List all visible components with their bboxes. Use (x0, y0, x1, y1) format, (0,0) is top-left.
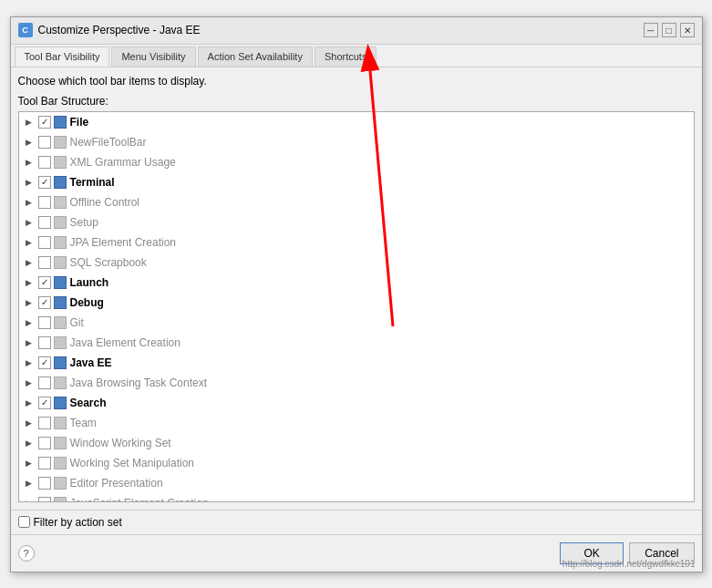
list-item[interactable]: ▶XML Grammar Usage (19, 152, 694, 172)
item-checkbox[interactable] (38, 417, 51, 429)
filter-text: Filter by action set (34, 516, 122, 529)
list-item[interactable]: ▶Git (19, 313, 694, 333)
expand-arrow-icon[interactable]: ▶ (23, 377, 36, 389)
item-icon (54, 417, 67, 429)
list-item[interactable]: ▶Team (19, 413, 694, 433)
list-item[interactable]: ▶Setup (19, 212, 694, 232)
content-area: Choose which tool bar items to display. … (11, 67, 702, 510)
item-checkbox[interactable] (38, 136, 51, 149)
item-icon (54, 216, 67, 229)
expand-arrow-icon[interactable]: ▶ (23, 336, 36, 349)
item-checkbox[interactable] (38, 256, 51, 269)
list-item[interactable]: ▶Working Set Manipulation (19, 453, 694, 473)
expand-arrow-icon[interactable]: ▶ (23, 196, 36, 209)
item-icon (54, 116, 67, 129)
item-checkbox[interactable] (38, 236, 51, 249)
list-item[interactable]: ▶NewFileToolBar (19, 132, 694, 152)
toolbar-list[interactable]: ▶File▶NewFileToolBar▶XML Grammar Usage▶T… (18, 111, 695, 502)
close-button[interactable]: ✕ (680, 23, 695, 37)
list-item[interactable]: ▶Java Browsing Task Context (19, 373, 694, 393)
item-label: Git (70, 316, 84, 329)
expand-arrow-icon[interactable]: ▶ (23, 497, 36, 502)
item-icon (54, 196, 67, 209)
list-item[interactable]: ▶Launch (19, 273, 694, 293)
item-label: Launch (70, 276, 109, 289)
item-checkbox[interactable] (38, 477, 51, 490)
expand-arrow-icon[interactable]: ▶ (23, 116, 36, 129)
item-checkbox[interactable] (38, 296, 51, 309)
item-icon (54, 156, 67, 169)
item-label: JavaScript Element Creation (70, 497, 209, 502)
item-label: Java Browsing Task Context (70, 377, 208, 389)
expand-arrow-icon[interactable]: ▶ (23, 356, 36, 369)
item-checkbox[interactable] (38, 316, 51, 329)
item-checkbox[interactable] (38, 457, 51, 469)
list-item[interactable]: ▶JPA Element Creation (19, 232, 694, 253)
list-item[interactable]: ▶Java Element Creation (19, 333, 694, 353)
list-item[interactable]: ▶Terminal (19, 172, 694, 192)
item-label: Editor Presentation (70, 477, 163, 490)
filter-checkbox-input[interactable] (18, 516, 30, 528)
item-label: SQL Scrapbook (70, 256, 147, 269)
expand-arrow-icon[interactable]: ▶ (23, 216, 36, 229)
item-checkbox[interactable] (38, 336, 51, 349)
item-icon (54, 457, 67, 469)
expand-arrow-icon[interactable]: ▶ (23, 397, 36, 409)
list-item[interactable]: ▶SQL Scrapbook (19, 253, 694, 273)
item-label: Team (70, 417, 97, 429)
expand-arrow-icon[interactable]: ▶ (23, 316, 36, 329)
expand-arrow-icon[interactable]: ▶ (23, 236, 36, 249)
list-item[interactable]: ▶Offline Control (19, 192, 694, 212)
list-item[interactable]: ▶File (19, 112, 694, 132)
item-checkbox[interactable] (38, 356, 51, 369)
item-label: Terminal (70, 176, 115, 189)
item-label: Window Working Set (70, 437, 171, 449)
tab-menu-visibility[interactable]: Menu Visibility (111, 46, 195, 67)
item-label: Offline Control (70, 196, 139, 209)
item-label: JPA Element Creation (70, 236, 177, 249)
tab-action-set-availability[interactable]: Action Set Availability (198, 46, 313, 67)
item-label: NewFileToolBar (70, 136, 147, 149)
item-checkbox[interactable] (38, 116, 51, 129)
item-checkbox[interactable] (38, 497, 51, 502)
title-bar: C Customize Perspective - Java EE ─ □ ✕ (11, 17, 702, 45)
description-text: Choose which tool bar items to display. (18, 75, 695, 88)
expand-arrow-icon[interactable]: ▶ (23, 477, 36, 490)
expand-arrow-icon[interactable]: ▶ (23, 417, 36, 429)
help-button[interactable]: ? (18, 545, 35, 562)
expand-arrow-icon[interactable]: ▶ (23, 256, 36, 269)
item-checkbox[interactable] (38, 196, 51, 209)
item-checkbox[interactable] (38, 216, 51, 229)
list-item[interactable]: ▶Java EE (19, 353, 694, 373)
tab-toolbar-visibility[interactable]: Tool Bar Visibility (15, 46, 110, 67)
expand-arrow-icon[interactable]: ▶ (23, 136, 36, 149)
filter-label[interactable]: Filter by action set (18, 516, 122, 529)
expand-arrow-icon[interactable]: ▶ (23, 296, 36, 309)
list-item[interactable]: ▶Editor Presentation (19, 473, 694, 493)
minimize-button[interactable]: ─ (644, 23, 658, 37)
item-checkbox[interactable] (38, 437, 51, 449)
tab-shortcuts[interactable]: Shortcuts (315, 46, 377, 67)
expand-arrow-icon[interactable]: ▶ (23, 156, 36, 169)
item-icon (54, 256, 67, 269)
list-item[interactable]: ▶JavaScript Element Creation (19, 493, 694, 502)
expand-arrow-icon[interactable]: ▶ (23, 457, 36, 469)
expand-arrow-icon[interactable]: ▶ (23, 276, 36, 289)
filter-footer: Filter by action set (11, 510, 702, 534)
list-item[interactable]: ▶Debug (19, 293, 694, 313)
list-item[interactable]: ▶Window Working Set (19, 433, 694, 453)
watermark: http://blog.csdn.net/dgwdfkkc101 (562, 559, 696, 569)
item-icon (54, 356, 67, 369)
expand-arrow-icon[interactable]: ▶ (23, 176, 36, 189)
item-checkbox[interactable] (38, 156, 51, 169)
expand-arrow-icon[interactable]: ▶ (23, 437, 36, 449)
item-label: Setup (70, 216, 98, 229)
item-checkbox[interactable] (38, 276, 51, 289)
maximize-button[interactable]: □ (662, 23, 676, 37)
list-item[interactable]: ▶Search (19, 393, 694, 413)
item-icon (54, 276, 67, 289)
item-checkbox[interactable] (38, 176, 51, 189)
item-icon (54, 296, 67, 309)
item-checkbox[interactable] (38, 397, 51, 409)
item-checkbox[interactable] (38, 377, 51, 389)
